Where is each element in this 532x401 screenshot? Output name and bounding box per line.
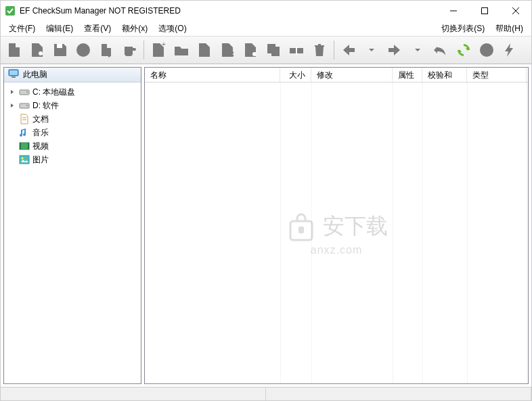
status-bar [1,387,531,400]
tb-doc-plus-icon[interactable]: + [148,39,169,61]
tree-node-music[interactable]: 音乐 [5,126,139,139]
tb-undo-icon[interactable] [430,39,451,61]
maximize-button[interactable] [469,1,500,21]
tb-doc2-icon[interactable] [194,39,215,61]
col-checksum[interactable]: 校验和 [422,68,467,82]
tree-node-label: D: 软件 [32,100,59,112]
tb-dropdown-icon[interactable] [407,39,428,61]
svg-rect-26 [20,143,29,149]
status-cell [266,387,531,400]
tb-stop-icon[interactable] [476,39,497,61]
menu-switch-list[interactable]: 切换列表(S) [436,22,490,36]
tree-root-label: 此电脑 [23,69,47,80]
tb-copy-icon[interactable] [263,39,284,61]
expand-spacer [8,128,16,137]
app-icon [5,5,16,16]
svg-rect-0 [5,6,15,16]
tb-cup-icon[interactable] [118,39,140,61]
col-divider [280,82,281,383]
expand-spacer [8,156,16,164]
svg-rect-27 [20,143,21,149]
menu-help[interactable]: 帮助(H) [490,22,529,36]
expand-icon[interactable] [8,88,16,96]
tree-node-video[interactable]: 视频 [5,139,139,153]
col-divider [393,82,393,383]
tb-separator [143,41,144,60]
col-divider [422,82,423,383]
svg-point-16 [480,43,493,57]
tb-refresh-icon[interactable] [453,39,474,61]
tree-body: C: 本地磁盘 D: 软件 文档 音乐 视频 [4,82,141,169]
tree-node-documents[interactable]: 文档 [5,112,139,126]
menu-file[interactable]: 文件(F) [3,22,41,36]
expand-spacer [8,142,16,150]
tree-node-pictures[interactable]: 图片 [5,153,139,166]
svg-rect-20 [20,90,29,95]
video-icon [19,141,30,151]
menu-edit[interactable]: 编辑(E) [41,22,79,36]
svg-rect-19 [12,76,16,78]
menu-right: 切换列表(S) 帮助(H) [436,22,529,36]
tb-back-icon[interactable] [338,39,359,61]
window-title: EF CheckSum Manager NOT REGISTERED [20,6,438,16]
col-divider [527,82,527,383]
svg-point-7 [76,43,90,57]
col-type[interactable]: 类型 [467,68,527,82]
col-name[interactable]: 名称 [145,68,280,82]
svg-point-11 [252,52,257,56]
tb-forward-icon[interactable] [384,39,405,61]
svg-point-5 [39,51,43,55]
svg-rect-13 [271,47,280,56]
menu-view[interactable]: 查看(V) [79,22,116,36]
list-body[interactable]: 安下载 anxz.com [145,82,528,383]
svg-text:+: + [162,41,166,48]
col-modified[interactable]: 修改 [311,68,393,82]
tb-new-icon[interactable] [3,39,25,61]
menu-left: 文件(F) 编辑(E) 查看(V) 额外(x) 选项(O) [3,22,192,36]
col-size[interactable]: 大小 [280,68,311,82]
menu-options[interactable]: 选项(O) [153,22,192,36]
watermark-text: 安下载 [323,212,388,241]
computer-icon [8,69,19,80]
tb-run-icon[interactable] [95,39,117,61]
svg-rect-22 [20,103,29,108]
svg-point-30 [22,158,24,160]
tb-doc-star-icon[interactable] [240,39,261,61]
title-bar: EF CheckSum Manager NOT REGISTERED [1,1,531,21]
status-cell [1,387,266,400]
menu-extra[interactable]: 额外(x) [116,22,153,36]
tb-dropdown-icon[interactable] [361,39,382,61]
tb-bolt-icon[interactable] [499,39,520,61]
svg-point-21 [26,91,28,93]
col-divider [311,82,312,383]
close-button[interactable] [500,1,531,21]
tb-rename-icon[interactable] [286,39,307,61]
tb-doc-del-icon[interactable] [217,39,238,61]
drive-icon [19,100,30,111]
tb-circle-icon[interactable] [72,39,94,61]
tree-node-drive-d[interactable]: D: 软件 [5,99,139,112]
tb-separator [334,41,334,60]
tree-header[interactable]: 此电脑 [4,68,141,82]
tree-node-drive-c[interactable]: C: 本地磁盘 [5,85,139,99]
minimize-button[interactable] [438,1,469,21]
tree-panel[interactable]: 此电脑 C: 本地磁盘 D: 软件 文档 音乐 [3,67,141,384]
tree-node-label: 视频 [32,141,49,152]
tb-trash-icon[interactable] [309,39,330,61]
col-attributes[interactable]: 属性 [393,68,422,82]
tree-node-label: 图片 [32,154,49,166]
tb-open-icon[interactable] [26,39,48,61]
content-area: 此电脑 C: 本地磁盘 D: 软件 文档 音乐 [1,64,531,387]
svg-rect-18 [9,70,18,75]
tb-folder-icon[interactable] [171,39,192,61]
svg-rect-2 [482,8,488,14]
svg-rect-29 [20,156,29,164]
toolbar: + [1,36,531,64]
list-panel[interactable]: 名称 大小 修改 属性 校验和 类型 安下载 anxz.com [144,67,529,384]
expand-icon[interactable] [8,101,16,110]
tb-save-icon[interactable] [49,39,71,61]
music-icon [19,127,30,138]
svg-rect-31 [298,227,304,233]
tree-node-label: 音乐 [32,127,49,139]
svg-rect-6 [57,44,62,48]
